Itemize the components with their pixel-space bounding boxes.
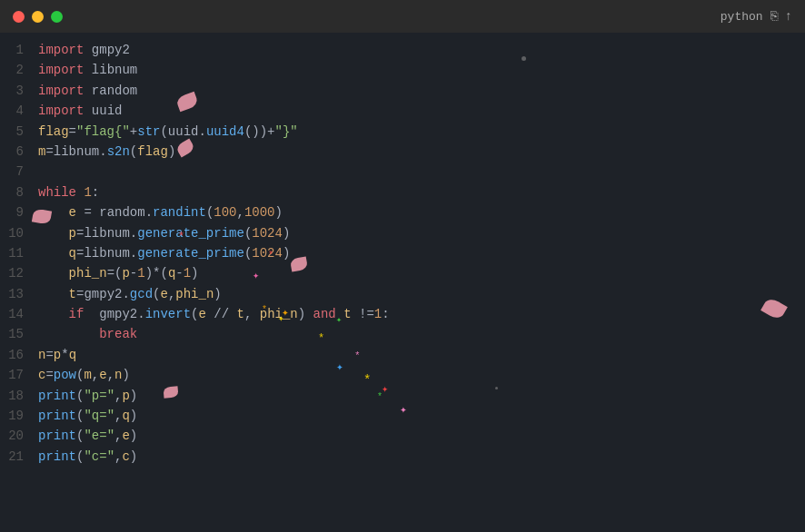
code-line: q=libnum.generate_prime(1024) (38, 243, 805, 263)
line-number: 12 (0, 263, 24, 283)
line-numbers: 123456789101112131415161718192021 (0, 40, 33, 525)
code-line: import random (38, 81, 805, 101)
line-number: 3 (0, 81, 24, 101)
line-number: 13 (0, 284, 24, 304)
line-number: 14 (0, 304, 24, 324)
line-number: 11 (0, 243, 24, 263)
code-line: m=libnum.s2n(flag) (38, 142, 805, 162)
code-line (38, 162, 805, 182)
line-number: 7 (0, 162, 24, 182)
code-line: import gmpy2 (38, 40, 805, 60)
traffic-lights (13, 11, 63, 23)
code-line: import uuid (38, 101, 805, 121)
code-line: break (38, 324, 805, 344)
line-number: 8 (0, 182, 24, 202)
code-line: n=p*q (38, 345, 805, 365)
code-line: print("c=",c) (38, 447, 805, 467)
line-number: 2 (0, 60, 24, 80)
line-number: 18 (0, 386, 24, 406)
line-number: 1 (0, 40, 24, 60)
line-number: 17 (0, 365, 24, 385)
share-icon[interactable]: ↑ (785, 9, 792, 24)
titlebar: python ⎘ ↑ (0, 0, 805, 33)
code-line: e = random.randint(100,1000) (38, 202, 805, 222)
titlebar-actions: python ⎘ ↑ (721, 9, 792, 24)
line-number: 9 (0, 202, 24, 222)
maximize-button[interactable] (51, 11, 63, 23)
line-number: 21 (0, 447, 24, 467)
minimize-button[interactable] (32, 11, 44, 23)
code-line: p=libnum.generate_prime(1024) (38, 223, 805, 243)
line-number: 19 (0, 406, 24, 426)
copy-icon[interactable]: ⎘ (770, 9, 778, 24)
code-content[interactable]: import gmpy2import libnumimport randomim… (33, 40, 805, 525)
code-line: t=gmpy2.gcd(e,phi_n) (38, 284, 805, 304)
code-line: while 1: (38, 182, 805, 202)
code-line: print("p=",p) (38, 386, 805, 406)
line-number: 20 (0, 426, 24, 446)
code-line: flag="flag{"+str(uuid.uuid4())+"}" (38, 122, 805, 142)
line-number: 10 (0, 223, 24, 243)
code-line: print("e=",e) (38, 426, 805, 446)
line-number: 16 (0, 345, 24, 365)
code-line: phi_n=(p-1)*(q-1) (38, 263, 805, 283)
close-button[interactable] (13, 11, 25, 23)
line-number: 6 (0, 142, 24, 162)
line-number: 4 (0, 101, 24, 121)
code-line: if gmpy2.invert(e // t, phi_n) and t !=1… (38, 304, 805, 324)
language-label: python (721, 10, 763, 24)
line-number: 5 (0, 122, 24, 142)
code-line: print("q=",q) (38, 406, 805, 426)
line-number: 15 (0, 324, 24, 344)
code-line: c=pow(m,e,n) (38, 365, 805, 385)
code-area: 123456789101112131415161718192021 import… (0, 33, 805, 532)
code-line: import libnum (38, 60, 805, 80)
